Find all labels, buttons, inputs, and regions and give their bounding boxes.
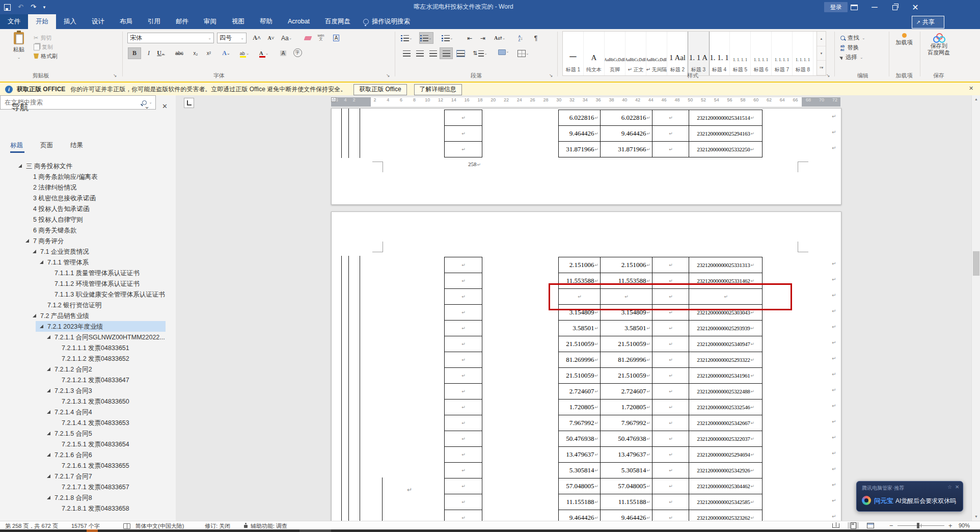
expand-triangle-icon[interactable] [47,367,50,371]
style-正文[interactable]: AaBbCcDdE↵ 正文 [625,32,646,75]
nav-tree-item[interactable]: 7.2 产品销售业绩 [0,310,173,321]
styles-gallery-scroll[interactable]: ▴ ▾ ≡▾ [817,31,826,76]
tab-帮助[interactable]: 帮助 [252,14,280,29]
text-effects-button[interactable]: A⌄ [220,48,232,59]
cut-button[interactable]: ✂剪切 [34,33,58,42]
nav-tree-item[interactable]: 7.2.1.1.1 发票04833651 [0,342,173,353]
read-mode-button[interactable] [830,522,841,529]
table-cell-value[interactable]: 2.151006↵ [600,257,652,273]
clipboard-dialog-launcher[interactable]: ↘ [113,73,118,78]
show-hide-marks-button[interactable]: ¶ [530,33,542,43]
table-cell-value[interactable]: 11.155188↵ [558,494,601,510]
nav-tree-item[interactable]: 7.2.1.2.1 发票04833647 [0,375,173,385]
clear-formatting-button[interactable] [302,33,314,43]
table-cell-value[interactable]: 57.048005↵ [558,478,601,494]
multilevel-list-button[interactable]: ⌄ [441,33,454,43]
distribute-button[interactable] [454,48,467,59]
table-cell-mark[interactable]: ↵ [444,494,482,510]
tab-布局[interactable]: 布局 [112,14,140,29]
copy-button[interactable]: 复制 [34,42,58,51]
learn-more-button[interactable]: 了解详细信息 [414,84,462,95]
nav-tree-item[interactable]: 7.2.1.1 合同SGLNWZ00HTMM22022... [0,332,173,342]
table-cell-value[interactable]: 9.464426↵ [558,125,601,142]
table-cell-empty[interactable]: ↵ [652,431,689,447]
table-cell-mark[interactable]: ↵ [444,320,482,336]
style-无间隔[interactable]: AaBbCcDdE↵ 无间隔 [646,32,667,75]
table-cell-value[interactable]: 5.305814↵ [558,462,601,478]
grow-font-button[interactable]: A˄ [251,33,263,43]
nav-tree-item[interactable]: 7.2.1.5.1 发票04833654 [0,439,173,449]
tab-百度网盘[interactable]: 百度网盘 [317,14,358,29]
document-page-258-bottom[interactable]: ↵6.022816↵6.022816↵↵23212000000025341514… [331,108,841,205]
table-cell-value[interactable]: 3.58501↵ [600,320,652,336]
login-button[interactable]: 登录 [824,2,848,12]
table-cell-id[interactable]: 23212000000025322037↵ [689,431,763,447]
popup-star-icon[interactable]: ☆ [947,484,952,490]
line-spacing-button[interactable]: ⇅⌄ [472,48,488,59]
nav-tree-item[interactable]: 7.1.1.2 环境管理体系认证证书 [0,278,173,289]
table-cell-empty[interactable]: ↵ [652,510,689,521]
find-button[interactable]: 查找⌄ [840,33,865,43]
nav-tree-item[interactable]: 7.2.1.3.1 发票04833650 [0,396,173,407]
tell-me-search[interactable]: 操作说明搜索 [358,14,415,29]
font-name-combo[interactable]: 宋体⌄ [127,33,214,43]
table-cell-value[interactable]: 81.269996↵ [558,352,601,368]
tab-Acrobat[interactable]: Acrobat [280,14,317,29]
nav-tree-item[interactable]: 4 投标人告知承诺函 [0,203,173,214]
nav-tree-item[interactable]: 7.2.1 2023年度业绩 [0,321,173,332]
nav-tree-item[interactable]: 7.2.1.3 合同3 [0,385,173,396]
zoom-slider-thumb[interactable] [917,523,919,528]
table-cell-mark[interactable]: ↵ [444,288,482,305]
font-dialog-launcher[interactable]: ↘ [386,73,391,78]
nav-pane-close-icon[interactable]: ✕ [162,102,168,110]
table-cell-id[interactable]: 23212000000025323262↵ [689,510,763,521]
asian-layout-button[interactable]: A⇄⌄ [493,33,506,43]
scroll-up-icon[interactable]: ▲ [972,95,980,103]
table-cell-mark[interactable]: ↵ [444,431,482,447]
print-layout-button[interactable] [848,522,859,529]
table-cell-value[interactable]: 11.155188↵ [600,494,652,510]
highlight-color-button[interactable]: ab⌄ [238,48,251,59]
page-indicator[interactable]: 第 258 页，共 672 页 [5,522,58,530]
table-cell-mark[interactable]: ↵ [444,462,482,478]
close-button[interactable]: ✕ [907,0,924,14]
expand-triangle-icon[interactable] [47,335,50,339]
table-cell-empty[interactable]: ↵ [652,141,689,157]
nav-tree-item[interactable]: 三 商务投标文件 [0,161,173,171]
nav-tree-item[interactable]: 7.2.1.2 合同2 [0,364,173,375]
expand-triangle-icon[interactable] [47,410,50,414]
accessibility-status[interactable]: 辅助功能: 调查 [251,522,287,530]
tab-视图[interactable]: 视图 [224,14,252,29]
table-cell-mark[interactable]: ↵ [444,336,482,352]
table-cell-mark[interactable]: ↵ [444,415,482,431]
expand-triangle-icon[interactable] [40,325,43,328]
select-button[interactable]: 选择⌄ [840,52,865,62]
restore-button[interactable] [886,0,904,14]
table-cell-value[interactable]: 31.871966↵ [600,141,652,157]
bullets-button[interactable]: ⌄ [400,33,414,43]
table-cell-empty[interactable]: ↵ [652,383,689,400]
table-cell-value[interactable]: 9.464426↵ [558,510,601,521]
nav-tree-item[interactable]: 7.2.1.5 合同5 [0,428,173,439]
vertical-scrollbar[interactable]: ▲ ▼ [971,95,980,521]
word-count[interactable]: 15757 个字 [71,522,100,530]
table-cell-value[interactable]: 21.510059↵ [600,336,652,352]
table-cell-mark[interactable]: ↵ [444,257,482,273]
table-cell-id[interactable]: 23212000000025340947↵ [689,336,763,352]
expand-triangle-icon[interactable] [25,239,29,243]
get-office-button[interactable]: 获取正版 Office [353,84,406,95]
style-标题 7[interactable]: 1. 1. 1. 1标题 7 [772,32,793,75]
character-border-button[interactable]: A [330,33,342,43]
table-cell-value[interactable]: 5.305814↵ [600,462,652,478]
align-center-button[interactable] [414,48,426,59]
web-layout-button[interactable] [865,522,876,529]
bold-button[interactable]: B [128,48,141,59]
expand-triangle-icon[interactable] [18,164,22,168]
language-indicator[interactable]: 简体中文(中国大陆) [135,522,184,530]
table-cell-empty[interactable]: ↵ [652,257,689,273]
nav-tree-item[interactable]: 7.1.1.3 职业健康安全管理体系认证证书 [0,289,173,300]
nav-tree-item[interactable]: 6 商务关键条款 [0,225,173,235]
nav-tree-item[interactable]: 7.2.1.6 合同6 [0,449,173,460]
zoom-out-button[interactable]: − [889,522,893,529]
document-page-259[interactable]: ↵2.151006↵2.151006↵↵23212000000025331313… [331,211,841,521]
